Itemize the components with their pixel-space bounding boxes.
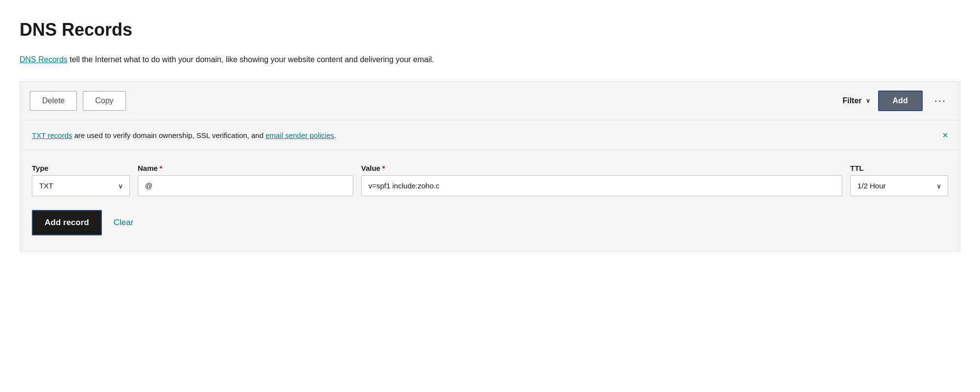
name-input[interactable]: [138, 175, 353, 196]
type-select[interactable]: TXT A AAAA CNAME MX NS SRV CAA: [32, 175, 130, 196]
form-actions: Add record Clear: [32, 210, 948, 235]
delete-button[interactable]: Delete: [30, 91, 77, 111]
type-select-wrapper: TXT A AAAA CNAME MX NS SRV CAA: [32, 175, 130, 196]
close-button[interactable]: ×: [942, 130, 948, 140]
value-label: Value *: [361, 164, 842, 172]
type-field-group: Type TXT A AAAA CNAME MX NS SRV CAA: [32, 164, 130, 196]
type-label: Type: [32, 164, 130, 172]
more-options-button[interactable]: ···: [931, 92, 950, 109]
ttl-label: TTL: [850, 164, 948, 172]
toolbar-left: Delete Copy: [30, 91, 842, 111]
info-text: TXT records are used to verify domain ow…: [32, 131, 336, 139]
name-required-indicator: *: [160, 164, 162, 172]
filter-label: Filter: [842, 96, 861, 105]
copy-button[interactable]: Copy: [83, 91, 125, 111]
add-record-button[interactable]: Add record: [32, 210, 102, 235]
dns-records-link[interactable]: DNS Records: [20, 55, 68, 64]
filter-button[interactable]: Filter ∨: [842, 96, 870, 105]
form-row: Type TXT A AAAA CNAME MX NS SRV CAA Name…: [32, 164, 948, 196]
add-button[interactable]: Add: [878, 91, 923, 111]
toolbar: Delete Copy Filter ∨ Add ···: [20, 81, 960, 120]
info-banner: TXT records are used to verify domain ow…: [20, 120, 960, 150]
ttl-select-wrapper: 1/2 Hour 1 Hour 2 Hours 4 Hours 8 Hours …: [850, 175, 948, 196]
toolbar-right: Filter ∨ Add ···: [842, 91, 950, 111]
value-field-group: Value *: [361, 164, 842, 196]
page-description: DNS Records tell the Internet what to do…: [20, 54, 960, 66]
chevron-down-icon: ∨: [866, 97, 870, 104]
clear-button[interactable]: Clear: [114, 218, 134, 228]
page-title: DNS Records: [20, 20, 960, 40]
email-sender-policies-link[interactable]: email sender policies: [266, 131, 334, 139]
name-field-group: Name *: [138, 164, 353, 196]
ttl-select[interactable]: 1/2 Hour 1 Hour 2 Hours 4 Hours 8 Hours …: [850, 175, 948, 196]
ttl-field-group: TTL 1/2 Hour 1 Hour 2 Hours 4 Hours 8 Ho…: [850, 164, 948, 196]
form-section: Type TXT A AAAA CNAME MX NS SRV CAA Name…: [20, 150, 960, 252]
value-required-indicator: *: [382, 164, 385, 172]
name-label: Name *: [138, 164, 353, 172]
value-input[interactable]: [361, 175, 842, 196]
txt-records-link[interactable]: TXT records: [32, 131, 72, 139]
